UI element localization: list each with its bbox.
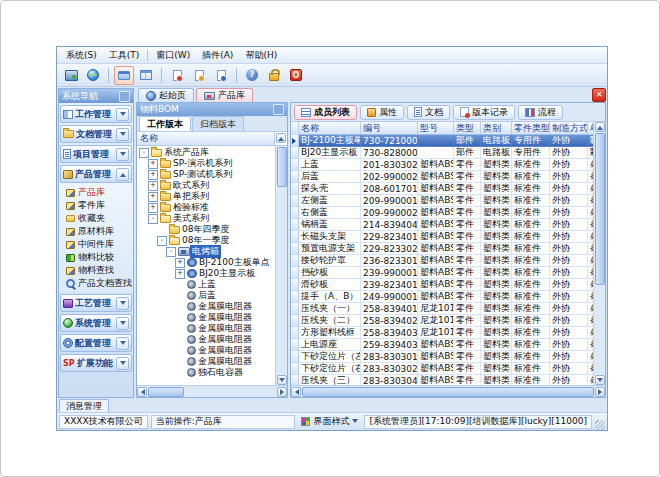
table-row[interactable]: 上盖201-830302-00X塑料ABS零件塑料类标准件外协条 — [291, 159, 593, 171]
expand-icon[interactable]: + — [175, 258, 185, 268]
sidebar-group-2[interactable]: 项目管理 — [60, 145, 132, 163]
chevron-down-icon[interactable] — [116, 108, 129, 121]
sidebar-item-中间件库[interactable]: 中间件库 — [59, 238, 133, 251]
sidebar-item-物料查找[interactable]: 物料查找 — [59, 264, 133, 277]
grid-scroll-left-button[interactable] — [291, 387, 301, 397]
table-row[interactable]: 滑砂板239-823401-00X塑料ABS零件塑料类标准件外协条 — [291, 279, 593, 291]
table-row[interactable]: 锅柄盖214-839404-01X塑料ABS零件塑料类标准件外协条 — [291, 219, 593, 231]
tree-scroll-up-button[interactable] — [276, 133, 286, 143]
grid-column-header-名称[interactable]: 名称 — [299, 122, 361, 135]
table-row[interactable]: 探头壳208-601701-01X塑料ABS零件塑料类标准件外协条 — [291, 183, 593, 195]
expand-icon[interactable]: + — [148, 159, 158, 169]
help-icon-button[interactable]: ? — [242, 66, 262, 85]
grid-column-header-零件类型[interactable]: 零件类型 — [512, 122, 550, 135]
collapse-icon[interactable]: - — [148, 214, 158, 224]
grid-column-header-型号[interactable]: 型号 — [418, 122, 454, 135]
collapse-icon[interactable]: - — [166, 247, 176, 257]
grid-tab-流程[interactable]: 流程 — [518, 105, 563, 120]
close-icon[interactable]: ✕ — [592, 88, 606, 102]
expand-icon[interactable]: + — [148, 192, 158, 202]
chevron-up-icon[interactable] — [116, 168, 129, 181]
chevron-down-icon[interactable] — [116, 148, 129, 161]
table-row[interactable]: 下砂定位片（右）283-830302-00X塑料ABS零件塑料类标准件外协条 — [291, 363, 593, 375]
resize-grip[interactable] — [595, 420, 605, 430]
collapse-icon[interactable]: - — [157, 236, 167, 246]
table-row[interactable]: 压线夹（二）258-839402-00X尼龙1010零件塑料类标准件外协条 — [291, 315, 593, 327]
chevron-down-icon[interactable] — [116, 128, 129, 141]
grid-scroll-right-button[interactable] — [595, 387, 605, 397]
doc-tab-起始页[interactable]: 起始页 — [138, 88, 194, 102]
doc-find-icon-button[interactable] — [211, 66, 231, 85]
table-row[interactable]: 右侧盖209-990002-01X塑料ABS零件塑料类标准件外协条 — [291, 207, 593, 219]
chevron-down-icon[interactable] — [116, 357, 129, 370]
table-row[interactable]: 方形塑料线框258-839403-00X尼龙1010零件塑料类标准件外协条 — [291, 327, 593, 339]
table-row[interactable]: BJ20主显示板730-828000-04X部件电路板专用件外协颗 — [291, 147, 593, 159]
expand-icon[interactable]: + — [148, 170, 158, 180]
sidebar-item-产品文档查找[interactable]: 产品文档查找 — [59, 277, 133, 290]
chevron-down-icon[interactable] — [116, 317, 129, 330]
tree-horizontal-scrollbar[interactable] — [137, 385, 287, 397]
menu-item-1[interactable]: 工具(T) — [103, 48, 146, 63]
sidebar-group-0[interactable]: 工作管理 — [60, 105, 132, 123]
table-row[interactable]: 预置电源支架229-823302-00X塑料ABS零件塑料类标准件外协条 — [291, 243, 593, 255]
menu-item-0[interactable]: 系统(S) — [60, 48, 103, 63]
doc-new-icon-button[interactable] — [167, 66, 187, 85]
grid-column-header-制造方式[interactable]: 制造方式 — [550, 122, 588, 135]
sidebar-group-1[interactable]: 文档管理 — [60, 125, 132, 143]
menu-item-2[interactable]: 窗口(W) — [150, 48, 196, 63]
expand-icon[interactable]: + — [148, 203, 158, 213]
grid-tab-文档[interactable]: 文档 — [407, 105, 450, 120]
sidebar-options-button[interactable] — [119, 91, 130, 102]
version-tab-归档版本[interactable]: 归档版本 — [192, 116, 244, 131]
table-row[interactable]: 后盖202-990002-01X塑料ABS零件塑料类标准件外协条 — [291, 171, 593, 183]
sidebar-item-收藏夹[interactable]: 收藏夹 — [59, 212, 133, 225]
chevron-down-icon[interactable] — [116, 297, 129, 310]
tree-vscroll-thumb[interactable] — [277, 147, 287, 187]
expand-icon[interactable]: + — [175, 269, 185, 279]
message-manager-tab[interactable]: 消息管理 — [59, 399, 109, 412]
table-row[interactable]: BJ-2100主板单点730-721000-12X部件电路板专用件外协颗 — [291, 135, 593, 147]
grid-column-header-类别[interactable]: 类别 — [481, 122, 512, 135]
grid-horizontal-scrollbar[interactable] — [291, 385, 605, 397]
table-row[interactable]: 接砂轮护罩236-823301-00X塑料ABS零件塑料类标准件外协条 — [291, 255, 593, 267]
chevron-down-icon[interactable] — [116, 337, 129, 350]
ui-style-dropdown[interactable]: 界面样式 — [298, 415, 361, 428]
sidebar-group-5[interactable]: 系统管理 — [60, 314, 132, 332]
tree-column-header[interactable]: 名称 — [137, 132, 275, 145]
sidebar-item-物料比较[interactable]: 物料比较 — [59, 251, 133, 264]
menu-item-3[interactable]: 插件(A) — [196, 48, 239, 63]
exit-icon-button[interactable]: O — [286, 66, 306, 85]
lock-icon-button[interactable] — [264, 66, 284, 85]
collapse-icon[interactable]: - — [139, 148, 149, 158]
grid-vertical-scrollbar[interactable] — [593, 122, 605, 385]
grid-column-header-类型[interactable]: 类型 — [454, 122, 481, 135]
menu-item-4[interactable]: 帮助(H) — [239, 48, 283, 63]
table-row[interactable]: 长磁头支架229-823401-00X塑料ABS零件塑料类标准件外协条 — [291, 231, 593, 243]
grid-tab-属性[interactable]: 属性 — [360, 105, 404, 120]
grid-window-icon-button[interactable] — [136, 66, 156, 85]
table-row[interactable]: 上电源座259-839403-00X塑料ABS零件塑料类标准件外协条 — [291, 339, 593, 351]
grid-hscroll-thumb[interactable] — [302, 387, 594, 397]
sidebar-item-原材料库[interactable]: 原材料库 — [59, 225, 133, 238]
table-row[interactable]: 左侧盖209-990001-01X塑料ABS零件塑料类标准件外协条 — [291, 195, 593, 207]
table-row[interactable]: 压线夹（三）283-830304-00X塑料ABS零件塑料类标准件外协条 — [291, 375, 593, 385]
folder-window-icon-button[interactable] — [114, 66, 134, 85]
sidebar-item-零件库[interactable]: 零件库 — [59, 199, 133, 212]
table-row[interactable]: 下砂定位片（左）283-830301-00X塑料ABS零件塑料类标准件外协条 — [291, 351, 593, 363]
grid-tab-成员列表[interactable]: 成员列表 — [294, 105, 357, 120]
sidebar-group-3[interactable]: 产品管理 — [60, 165, 132, 183]
grid-scroll-down-button[interactable] — [595, 375, 605, 385]
expand-icon[interactable]: + — [148, 181, 158, 191]
globe-icon-button[interactable] — [83, 66, 103, 85]
tree-scroll-down-button[interactable] — [277, 375, 287, 385]
sidebar-group-7[interactable]: SP扩展功能 — [60, 354, 132, 372]
grid-scroll-up-button[interactable] — [595, 122, 605, 132]
version-tab-工作版本[interactable]: 工作版本 — [139, 116, 191, 131]
client-icon-button[interactable] — [61, 66, 81, 85]
doc-open-icon-button[interactable] — [189, 66, 209, 85]
doc-tab-产品库[interactable]: 产品库 — [196, 88, 253, 102]
tree-scroll-left-button[interactable] — [137, 387, 147, 397]
tree-vertical-scrollbar[interactable] — [275, 146, 287, 385]
table-row[interactable]: 压线夹（一）258-839401-00X尼龙1010零件塑料类标准件外协条 — [291, 303, 593, 315]
tree-scroll-right-button[interactable] — [277, 387, 287, 397]
